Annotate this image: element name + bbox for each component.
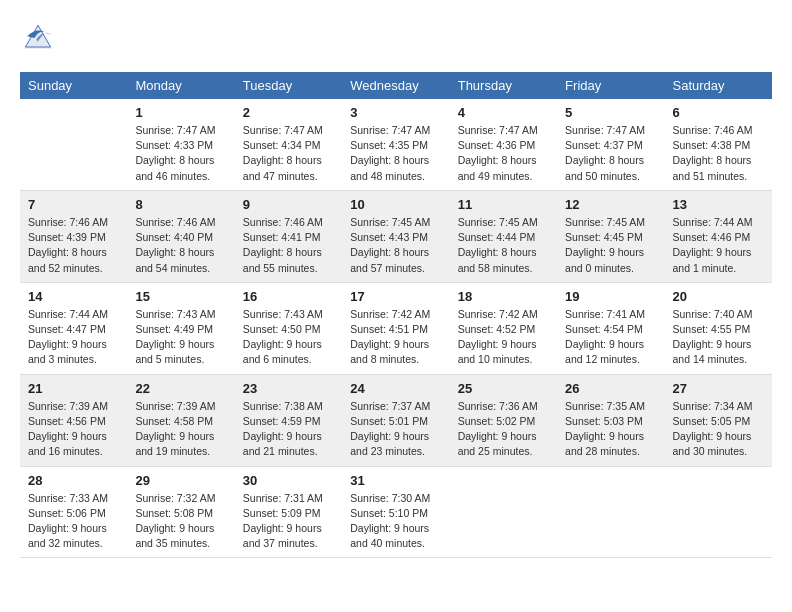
calendar-cell: 16Sunrise: 7:43 AM Sunset: 4:50 PM Dayli… (235, 282, 342, 374)
logo (20, 20, 60, 56)
day-info: Sunrise: 7:32 AM Sunset: 5:08 PM Dayligh… (135, 491, 226, 552)
day-number: 30 (243, 473, 334, 488)
day-info: Sunrise: 7:44 AM Sunset: 4:46 PM Dayligh… (673, 215, 764, 276)
calendar-cell: 22Sunrise: 7:39 AM Sunset: 4:58 PM Dayli… (127, 374, 234, 466)
calendar-cell: 4Sunrise: 7:47 AM Sunset: 4:36 PM Daylig… (450, 99, 557, 190)
weekday-header-monday: Monday (127, 72, 234, 99)
calendar-cell: 27Sunrise: 7:34 AM Sunset: 5:05 PM Dayli… (665, 374, 772, 466)
day-number: 24 (350, 381, 441, 396)
day-number: 2 (243, 105, 334, 120)
calendar-cell: 1Sunrise: 7:47 AM Sunset: 4:33 PM Daylig… (127, 99, 234, 190)
calendar-cell (20, 99, 127, 190)
day-info: Sunrise: 7:47 AM Sunset: 4:34 PM Dayligh… (243, 123, 334, 184)
day-info: Sunrise: 7:47 AM Sunset: 4:33 PM Dayligh… (135, 123, 226, 184)
calendar-cell: 17Sunrise: 7:42 AM Sunset: 4:51 PM Dayli… (342, 282, 449, 374)
calendar-cell: 3Sunrise: 7:47 AM Sunset: 4:35 PM Daylig… (342, 99, 449, 190)
weekday-header-sunday: Sunday (20, 72, 127, 99)
day-info: Sunrise: 7:47 AM Sunset: 4:37 PM Dayligh… (565, 123, 656, 184)
day-number: 14 (28, 289, 119, 304)
calendar-week-row: 21Sunrise: 7:39 AM Sunset: 4:56 PM Dayli… (20, 374, 772, 466)
day-info: Sunrise: 7:35 AM Sunset: 5:03 PM Dayligh… (565, 399, 656, 460)
calendar-week-row: 28Sunrise: 7:33 AM Sunset: 5:06 PM Dayli… (20, 466, 772, 558)
calendar-cell: 25Sunrise: 7:36 AM Sunset: 5:02 PM Dayli… (450, 374, 557, 466)
calendar-cell: 30Sunrise: 7:31 AM Sunset: 5:09 PM Dayli… (235, 466, 342, 558)
day-number: 23 (243, 381, 334, 396)
day-info: Sunrise: 7:45 AM Sunset: 4:43 PM Dayligh… (350, 215, 441, 276)
calendar-cell: 19Sunrise: 7:41 AM Sunset: 4:54 PM Dayli… (557, 282, 664, 374)
day-number: 27 (673, 381, 764, 396)
weekday-header-thursday: Thursday (450, 72, 557, 99)
calendar-cell (450, 466, 557, 558)
calendar-cell: 10Sunrise: 7:45 AM Sunset: 4:43 PM Dayli… (342, 190, 449, 282)
calendar-cell (665, 466, 772, 558)
calendar-cell: 28Sunrise: 7:33 AM Sunset: 5:06 PM Dayli… (20, 466, 127, 558)
day-number: 26 (565, 381, 656, 396)
day-info: Sunrise: 7:45 AM Sunset: 4:44 PM Dayligh… (458, 215, 549, 276)
calendar-cell: 8Sunrise: 7:46 AM Sunset: 4:40 PM Daylig… (127, 190, 234, 282)
day-info: Sunrise: 7:46 AM Sunset: 4:40 PM Dayligh… (135, 215, 226, 276)
calendar-week-row: 1Sunrise: 7:47 AM Sunset: 4:33 PM Daylig… (20, 99, 772, 190)
calendar-cell: 15Sunrise: 7:43 AM Sunset: 4:49 PM Dayli… (127, 282, 234, 374)
day-number: 22 (135, 381, 226, 396)
day-number: 5 (565, 105, 656, 120)
calendar-cell: 2Sunrise: 7:47 AM Sunset: 4:34 PM Daylig… (235, 99, 342, 190)
calendar-cell: 12Sunrise: 7:45 AM Sunset: 4:45 PM Dayli… (557, 190, 664, 282)
calendar-cell: 23Sunrise: 7:38 AM Sunset: 4:59 PM Dayli… (235, 374, 342, 466)
day-info: Sunrise: 7:46 AM Sunset: 4:41 PM Dayligh… (243, 215, 334, 276)
calendar-cell: 29Sunrise: 7:32 AM Sunset: 5:08 PM Dayli… (127, 466, 234, 558)
day-number: 17 (350, 289, 441, 304)
day-info: Sunrise: 7:43 AM Sunset: 4:50 PM Dayligh… (243, 307, 334, 368)
logo-icon (20, 20, 56, 56)
calendar-cell: 24Sunrise: 7:37 AM Sunset: 5:01 PM Dayli… (342, 374, 449, 466)
day-info: Sunrise: 7:33 AM Sunset: 5:06 PM Dayligh… (28, 491, 119, 552)
day-number: 11 (458, 197, 549, 212)
weekday-header-saturday: Saturday (665, 72, 772, 99)
weekday-header-row: SundayMondayTuesdayWednesdayThursdayFrid… (20, 72, 772, 99)
day-number: 28 (28, 473, 119, 488)
day-info: Sunrise: 7:43 AM Sunset: 4:49 PM Dayligh… (135, 307, 226, 368)
weekday-header-tuesday: Tuesday (235, 72, 342, 99)
calendar-week-row: 14Sunrise: 7:44 AM Sunset: 4:47 PM Dayli… (20, 282, 772, 374)
day-number: 3 (350, 105, 441, 120)
day-info: Sunrise: 7:34 AM Sunset: 5:05 PM Dayligh… (673, 399, 764, 460)
calendar-cell: 6Sunrise: 7:46 AM Sunset: 4:38 PM Daylig… (665, 99, 772, 190)
day-number: 13 (673, 197, 764, 212)
day-number: 31 (350, 473, 441, 488)
day-info: Sunrise: 7:47 AM Sunset: 4:36 PM Dayligh… (458, 123, 549, 184)
calendar-table: SundayMondayTuesdayWednesdayThursdayFrid… (20, 72, 772, 558)
day-info: Sunrise: 7:44 AM Sunset: 4:47 PM Dayligh… (28, 307, 119, 368)
calendar-cell: 11Sunrise: 7:45 AM Sunset: 4:44 PM Dayli… (450, 190, 557, 282)
calendar-cell: 31Sunrise: 7:30 AM Sunset: 5:10 PM Dayli… (342, 466, 449, 558)
day-number: 15 (135, 289, 226, 304)
calendar-cell (557, 466, 664, 558)
weekday-header-wednesday: Wednesday (342, 72, 449, 99)
day-info: Sunrise: 7:47 AM Sunset: 4:35 PM Dayligh… (350, 123, 441, 184)
calendar-cell: 21Sunrise: 7:39 AM Sunset: 4:56 PM Dayli… (20, 374, 127, 466)
day-info: Sunrise: 7:37 AM Sunset: 5:01 PM Dayligh… (350, 399, 441, 460)
calendar-cell: 26Sunrise: 7:35 AM Sunset: 5:03 PM Dayli… (557, 374, 664, 466)
day-number: 10 (350, 197, 441, 212)
page-header (20, 20, 772, 56)
day-number: 20 (673, 289, 764, 304)
day-number: 25 (458, 381, 549, 396)
weekday-header-friday: Friday (557, 72, 664, 99)
calendar-cell: 13Sunrise: 7:44 AM Sunset: 4:46 PM Dayli… (665, 190, 772, 282)
day-number: 8 (135, 197, 226, 212)
day-number: 19 (565, 289, 656, 304)
calendar-cell: 5Sunrise: 7:47 AM Sunset: 4:37 PM Daylig… (557, 99, 664, 190)
day-number: 29 (135, 473, 226, 488)
day-info: Sunrise: 7:42 AM Sunset: 4:52 PM Dayligh… (458, 307, 549, 368)
day-info: Sunrise: 7:46 AM Sunset: 4:39 PM Dayligh… (28, 215, 119, 276)
calendar-week-row: 7Sunrise: 7:46 AM Sunset: 4:39 PM Daylig… (20, 190, 772, 282)
day-info: Sunrise: 7:39 AM Sunset: 4:56 PM Dayligh… (28, 399, 119, 460)
day-info: Sunrise: 7:46 AM Sunset: 4:38 PM Dayligh… (673, 123, 764, 184)
day-info: Sunrise: 7:45 AM Sunset: 4:45 PM Dayligh… (565, 215, 656, 276)
day-number: 18 (458, 289, 549, 304)
day-number: 12 (565, 197, 656, 212)
day-info: Sunrise: 7:42 AM Sunset: 4:51 PM Dayligh… (350, 307, 441, 368)
calendar-cell: 18Sunrise: 7:42 AM Sunset: 4:52 PM Dayli… (450, 282, 557, 374)
day-number: 9 (243, 197, 334, 212)
calendar-cell: 14Sunrise: 7:44 AM Sunset: 4:47 PM Dayli… (20, 282, 127, 374)
day-number: 16 (243, 289, 334, 304)
calendar-cell: 7Sunrise: 7:46 AM Sunset: 4:39 PM Daylig… (20, 190, 127, 282)
